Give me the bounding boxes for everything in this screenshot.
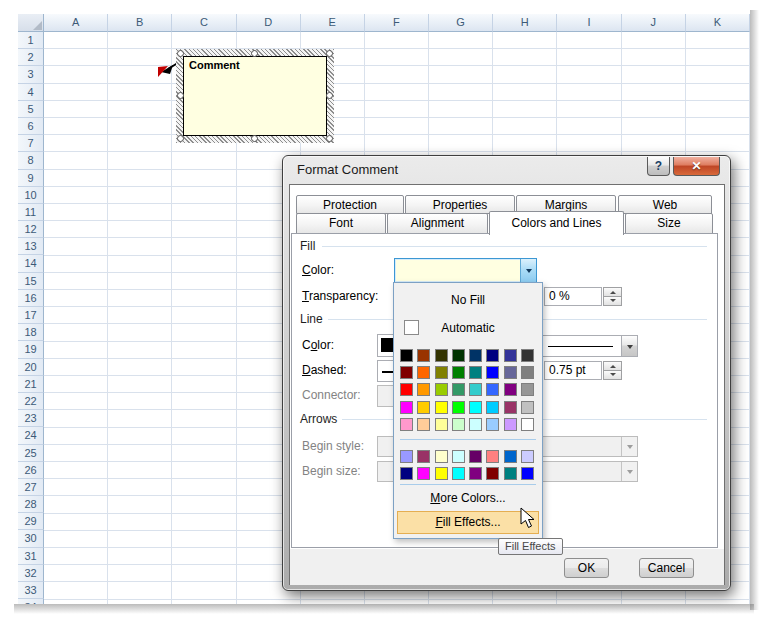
column-header-C[interactable]: C xyxy=(172,14,236,32)
color-swatch[interactable] xyxy=(417,401,430,414)
column-header-H[interactable]: H xyxy=(493,14,557,32)
spinner-up-button[interactable] xyxy=(603,287,622,297)
resize-handle[interactable] xyxy=(177,92,184,99)
row-header-20[interactable]: 20 xyxy=(18,359,44,376)
color-swatch[interactable] xyxy=(469,418,482,431)
column-header-D[interactable]: D xyxy=(237,14,301,32)
color-swatch[interactable] xyxy=(435,450,448,463)
color-swatch[interactable] xyxy=(504,467,517,480)
help-button[interactable]: ? xyxy=(647,157,670,176)
row-header-8[interactable]: 8 xyxy=(18,152,44,169)
row-header-22[interactable]: 22 xyxy=(18,393,44,410)
resize-handle[interactable] xyxy=(326,50,333,57)
row-header-21[interactable]: 21 xyxy=(18,376,44,393)
spinner-up-button[interactable] xyxy=(603,361,622,371)
color-swatch[interactable] xyxy=(417,418,430,431)
row-header-25[interactable]: 25 xyxy=(18,445,44,462)
column-header-G[interactable]: G xyxy=(429,14,493,32)
row-header-19[interactable]: 19 xyxy=(18,341,44,358)
fill-effects-option[interactable]: Fill Effects... xyxy=(397,511,539,534)
resize-handle[interactable] xyxy=(177,50,184,57)
row-header-24[interactable]: 24 xyxy=(18,427,44,444)
row-header-7[interactable]: 7 xyxy=(18,135,44,152)
color-swatch[interactable] xyxy=(521,401,534,414)
tab-web[interactable]: Web xyxy=(618,195,712,214)
row-header-26[interactable]: 26 xyxy=(18,462,44,479)
color-swatch[interactable] xyxy=(469,401,482,414)
color-swatch[interactable] xyxy=(452,467,465,480)
row-header-5[interactable]: 5 xyxy=(18,101,44,118)
spinner-down-button[interactable] xyxy=(603,371,622,381)
color-swatch[interactable] xyxy=(417,450,430,463)
color-swatch[interactable] xyxy=(486,383,499,396)
automatic-option[interactable]: Automatic xyxy=(394,313,542,343)
color-swatch[interactable] xyxy=(521,467,534,480)
color-swatch[interactable] xyxy=(486,450,499,463)
row-header-2[interactable]: 2 xyxy=(18,49,44,66)
column-header-K[interactable]: K xyxy=(686,14,750,32)
color-swatch[interactable] xyxy=(486,418,499,431)
column-header-J[interactable]: J xyxy=(622,14,686,32)
color-swatch[interactable] xyxy=(504,366,517,379)
comment-box[interactable]: Comment xyxy=(176,49,334,143)
line-style-dropdown-button[interactable] xyxy=(621,336,637,356)
color-swatch[interactable] xyxy=(435,401,448,414)
fill-color-dropdown[interactable] xyxy=(394,258,537,283)
tab-size[interactable]: Size xyxy=(625,213,713,234)
resize-handle[interactable] xyxy=(326,135,333,142)
color-swatch[interactable] xyxy=(417,366,430,379)
cancel-button[interactable]: Cancel xyxy=(639,558,694,578)
color-swatch[interactable] xyxy=(400,418,413,431)
resize-handle[interactable] xyxy=(251,50,258,57)
ok-button[interactable]: OK xyxy=(564,558,609,578)
fill-color-dropdown-button[interactable] xyxy=(520,259,536,282)
row-header-10[interactable]: 10 xyxy=(18,187,44,204)
tab-protection[interactable]: Protection xyxy=(296,195,404,214)
row-header-1[interactable]: 1 xyxy=(18,32,44,49)
comment-text[interactable]: Comment xyxy=(183,56,327,136)
tab-colors-and-lines[interactable]: Colors and Lines xyxy=(489,211,624,235)
color-swatch[interactable] xyxy=(400,467,413,480)
select-all-corner[interactable] xyxy=(18,14,44,32)
row-header-11[interactable]: 11 xyxy=(18,204,44,221)
resize-handle[interactable] xyxy=(177,135,184,142)
color-swatch[interactable] xyxy=(469,450,482,463)
weight-value-field[interactable]: 0.75 pt xyxy=(544,361,602,380)
color-swatch[interactable] xyxy=(469,366,482,379)
color-swatch[interactable] xyxy=(504,349,517,362)
color-swatch[interactable] xyxy=(504,401,517,414)
close-button[interactable]: ✕ xyxy=(673,157,720,176)
color-swatch[interactable] xyxy=(435,467,448,480)
column-header-A[interactable]: A xyxy=(44,14,108,32)
row-header-6[interactable]: 6 xyxy=(18,118,44,135)
line-style-dropdown[interactable] xyxy=(540,335,638,357)
color-swatch[interactable] xyxy=(435,383,448,396)
row-header-13[interactable]: 13 xyxy=(18,238,44,255)
color-swatch[interactable] xyxy=(486,401,499,414)
color-swatch[interactable] xyxy=(452,349,465,362)
color-swatch[interactable] xyxy=(521,418,534,431)
color-swatch[interactable] xyxy=(504,418,517,431)
transparency-value-field[interactable]: 0 % xyxy=(544,287,602,306)
color-swatch[interactable] xyxy=(452,401,465,414)
row-header-27[interactable]: 27 xyxy=(18,479,44,496)
row-header-23[interactable]: 23 xyxy=(18,410,44,427)
column-header-B[interactable]: B xyxy=(108,14,172,32)
color-swatch[interactable] xyxy=(400,401,413,414)
color-swatch[interactable] xyxy=(469,349,482,362)
row-header-15[interactable]: 15 xyxy=(18,273,44,290)
no-fill-option[interactable]: No Fill xyxy=(394,287,542,313)
row-header-29[interactable]: 29 xyxy=(18,513,44,530)
color-swatch[interactable] xyxy=(400,366,413,379)
resize-handle[interactable] xyxy=(251,135,258,142)
row-header-16[interactable]: 16 xyxy=(18,290,44,307)
row-header-18[interactable]: 18 xyxy=(18,324,44,341)
color-swatch[interactable] xyxy=(417,467,430,480)
spinner-down-button[interactable] xyxy=(603,297,622,307)
color-swatch[interactable] xyxy=(486,366,499,379)
color-swatch[interactable] xyxy=(486,467,499,480)
color-swatch[interactable] xyxy=(504,450,517,463)
color-swatch[interactable] xyxy=(521,349,534,362)
color-swatch[interactable] xyxy=(521,383,534,396)
row-header-9[interactable]: 9 xyxy=(18,170,44,187)
